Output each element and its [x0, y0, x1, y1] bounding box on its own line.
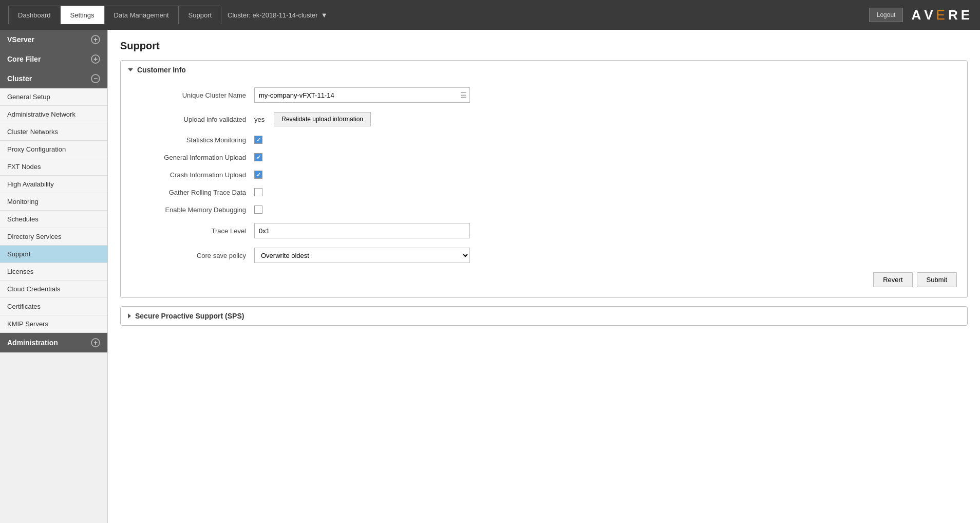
upload-info-value: yes [254, 116, 265, 123]
sidebar-section-cluster[interactable]: Cluster − [0, 69, 107, 88]
unique-cluster-name-control: ☰ [254, 87, 470, 103]
revalidate-button[interactable]: Revalidate upload information [274, 112, 371, 126]
general-info-upload-control [254, 153, 262, 161]
trace-level-row: Trace Level [131, 223, 957, 238]
sidebar-section-vserver[interactable]: VServer + [0, 30, 107, 49]
core-filer-label: Core Filer [7, 55, 41, 63]
crash-info-upload-checkbox[interactable] [254, 171, 262, 179]
customer-info-title: Customer Info [137, 66, 186, 74]
main-layout: VServer + Core Filer + Cluster − General… [0, 30, 980, 523]
sps-panel: Secure Proactive Support (SPS) [120, 306, 968, 326]
page-title: Support [120, 40, 968, 52]
sps-header[interactable]: Secure Proactive Support (SPS) [121, 307, 967, 325]
gather-rolling-trace-checkbox[interactable] [254, 188, 262, 196]
general-info-upload-label: General Information Upload [131, 154, 254, 161]
vserver-plus-icon: + [91, 35, 100, 44]
statistics-monitoring-label: Statistics Monitoring [131, 136, 254, 144]
topbar: Dashboard Settings Data Management Suppo… [0, 0, 980, 30]
customer-info-body: Unique Cluster Name ☰ Upload info valida… [121, 79, 967, 297]
tab-support[interactable]: Support [179, 6, 222, 24]
general-info-upload-checkbox[interactable] [254, 153, 262, 161]
list-icon: ☰ [460, 91, 467, 99]
sidebar-item-cloud-credentials[interactable]: Cloud Credentials [0, 281, 107, 298]
cluster-label: Cluster: ek-2018-11-14-cluster [228, 11, 318, 19]
sidebar-item-cluster-networks[interactable]: Cluster Networks [0, 123, 107, 141]
sidebar-item-directory-services[interactable]: Directory Services [0, 228, 107, 246]
customer-info-triangle [128, 68, 133, 71]
content-area: Support Customer Info Unique Cluster Nam… [108, 30, 980, 523]
customer-info-panel: Customer Info Unique Cluster Name ☰ Uplo… [120, 60, 968, 298]
customer-info-header[interactable]: Customer Info [121, 61, 967, 79]
unique-cluster-name-input[interactable] [254, 87, 470, 103]
tab-dashboard[interactable]: Dashboard [8, 6, 61, 24]
administration-label: Administration [7, 339, 58, 347]
statistics-monitoring-checkbox[interactable] [254, 136, 262, 144]
upload-info-label: Upload info validated [131, 116, 254, 123]
core-save-policy-label: Core save policy [131, 252, 254, 259]
sidebar-section-administration[interactable]: Administration + [0, 333, 107, 352]
sidebar-item-proxy-configuration[interactable]: Proxy Configuration [0, 141, 107, 158]
avere-logo: AVERE [911, 7, 972, 23]
sps-triangle [128, 313, 131, 319]
cluster-minus-icon: − [91, 74, 100, 83]
sidebar-item-general-setup[interactable]: General Setup [0, 88, 107, 106]
tab-data-management[interactable]: Data Management [104, 6, 179, 24]
cluster-selector[interactable]: Cluster: ek-2018-11-14-cluster ▼ [221, 7, 333, 23]
core-filer-plus-icon: + [91, 54, 100, 64]
trace-level-input[interactable] [254, 223, 470, 238]
form-button-row: Revert Submit [131, 272, 957, 287]
upload-info-row: Upload info validated yes Revalidate upl… [131, 112, 957, 126]
topbar-right: Logout AVERE [869, 7, 972, 23]
administration-plus-icon: + [91, 338, 100, 347]
unique-cluster-name-input-wrapper: ☰ [254, 87, 470, 103]
unique-cluster-name-row: Unique Cluster Name ☰ [131, 87, 957, 103]
sidebar-item-licenses[interactable]: Licenses [0, 263, 107, 281]
tab-settings[interactable]: Settings [61, 6, 104, 24]
sidebar: VServer + Core Filer + Cluster − General… [0, 30, 108, 523]
statistics-monitoring-row: Statistics Monitoring [131, 136, 957, 144]
general-info-upload-row: General Information Upload [131, 153, 957, 161]
gather-rolling-trace-row: Gather Rolling Trace Data [131, 188, 957, 196]
enable-memory-debug-control [254, 206, 262, 214]
vserver-label: VServer [7, 35, 34, 44]
gather-rolling-trace-control [254, 188, 262, 196]
sps-title: Secure Proactive Support (SPS) [135, 312, 244, 320]
core-save-policy-select[interactable]: Overwrite oldest Keep newest Never overw… [254, 248, 470, 263]
trace-level-label: Trace Level [131, 227, 254, 235]
sidebar-item-fxt-nodes[interactable]: FXT Nodes [0, 158, 107, 176]
crash-info-upload-row: Crash Information Upload [131, 171, 957, 179]
enable-memory-debug-label: Enable Memory Debugging [131, 206, 254, 214]
chevron-down-icon: ▼ [321, 11, 328, 19]
gather-rolling-trace-label: Gather Rolling Trace Data [131, 189, 254, 196]
upload-info-control: yes Revalidate upload information [254, 112, 371, 126]
core-save-policy-control: Overwrite oldest Keep newest Never overw… [254, 248, 470, 263]
sidebar-item-certificates[interactable]: Certificates [0, 298, 107, 315]
sidebar-item-support[interactable]: Support [0, 246, 107, 263]
sidebar-section-core-filer[interactable]: Core Filer + [0, 49, 107, 69]
revert-button[interactable]: Revert [873, 272, 912, 287]
sidebar-item-administrative-network[interactable]: Administrative Network [0, 106, 107, 123]
logout-button[interactable]: Logout [869, 8, 903, 22]
unique-cluster-name-label: Unique Cluster Name [131, 91, 254, 99]
trace-level-control [254, 223, 470, 238]
enable-memory-debug-row: Enable Memory Debugging [131, 206, 957, 214]
crash-info-upload-control [254, 171, 262, 179]
statistics-monitoring-control [254, 136, 262, 144]
sidebar-item-schedules[interactable]: Schedules [0, 211, 107, 228]
submit-button[interactable]: Submit [917, 272, 957, 287]
crash-info-upload-label: Crash Information Upload [131, 171, 254, 179]
sidebar-item-kmip-servers[interactable]: KMIP Servers [0, 315, 107, 333]
sidebar-item-monitoring[interactable]: Monitoring [0, 193, 107, 211]
topbar-nav: Dashboard Settings Data Management Suppo… [8, 6, 334, 24]
cluster-section-label: Cluster [7, 74, 32, 83]
sidebar-item-high-availability[interactable]: High Availability [0, 176, 107, 193]
core-save-policy-row: Core save policy Overwrite oldest Keep n… [131, 248, 957, 263]
enable-memory-debug-checkbox[interactable] [254, 206, 262, 214]
